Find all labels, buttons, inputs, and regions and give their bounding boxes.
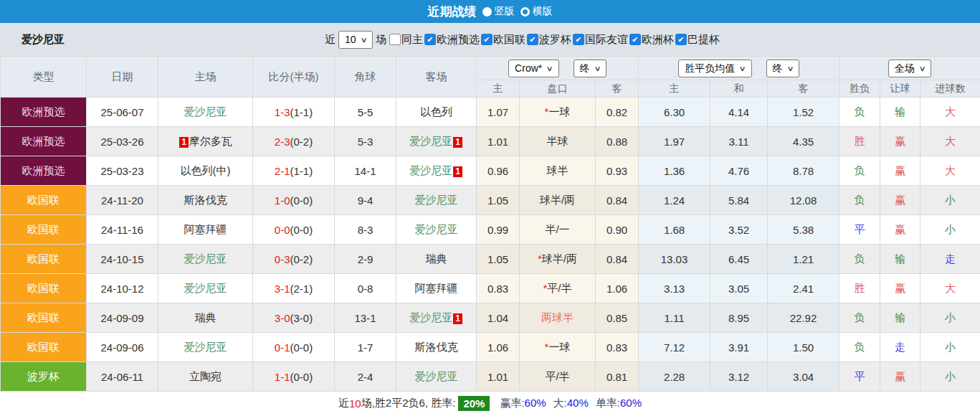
radio-horizontal-label: 横版 — [533, 5, 553, 18]
halftime-score: (3-0) — [290, 312, 313, 324]
avg-odds-select[interactable]: 胜平负均值 ∨ — [678, 60, 751, 77]
filter-bar: 爱沙尼亚 近 10 ∨ 场 同主✔欧洲预选✔欧国联✔波罗杯✔国际友谊✔欧洲杯✔巴… — [0, 23, 980, 56]
cell-handicap: 半球 — [520, 127, 596, 156]
handicap-text: 球半/两 — [540, 194, 575, 206]
table-row: 欧国联 24-10-15 爱沙尼亚 0-3(0-2) 2-9 瑞典 1.05 *… — [1, 245, 980, 274]
cell-date: 24-11-20 — [87, 186, 158, 215]
away-team: 爱沙尼亚 — [415, 223, 458, 235]
fulltime-score: 2-1 — [275, 165, 290, 177]
cell-handicap: 平/半 — [520, 362, 596, 392]
filter-item: ✔欧国联 — [481, 33, 525, 47]
cell-date: 25-03-26 — [87, 127, 158, 156]
team-name: 爱沙尼亚 — [22, 33, 65, 47]
cell-handicap: *平/半 — [520, 274, 596, 303]
cell-result: 胜 — [839, 274, 880, 303]
cell-odds-away: 0.81 — [596, 362, 639, 392]
away-team: 以色列 — [420, 105, 452, 118]
scope-select[interactable]: 全场 ∨ — [888, 60, 931, 77]
radio-horizontal[interactable]: 横版 — [520, 5, 553, 18]
cell-let-result: 赢 — [880, 127, 920, 156]
cell-type: 欧国联 — [1, 245, 87, 274]
cell-avg-away: 4.35 — [768, 127, 839, 156]
chevron-down-icon: ∨ — [546, 62, 553, 75]
cell-away: 斯洛伐克 — [396, 333, 477, 362]
sub-header-avg-home: 主 — [639, 80, 710, 98]
cell-handicap: *一球 — [520, 98, 596, 127]
handicap-text: 球半 — [547, 164, 569, 176]
cell-let-result: 赢 — [880, 362, 920, 392]
sub-header-handicap: 盘口 — [520, 80, 596, 98]
halftime-score: (1-1) — [290, 165, 313, 177]
fulltime-score: 0-1 — [275, 341, 290, 354]
summary-prefix: 近 — [338, 397, 349, 410]
cell-result: 负 — [839, 333, 880, 362]
checkbox-checked-icon[interactable]: ✔ — [424, 34, 436, 45]
cell-away: 爱沙尼亚 — [396, 186, 477, 215]
cell-goals-result: 小 — [920, 215, 980, 245]
cell-score: 3-1(2-1) — [253, 274, 335, 303]
table-row: 欧国联 24-11-16 阿塞拜疆 0-0(0-0) 8-3 爱沙尼亚 0.99… — [1, 215, 980, 245]
cell-avg-draw: 3.11 — [710, 127, 768, 156]
checkbox-checked-icon[interactable]: ✔ — [675, 34, 687, 45]
cell-avg-draw: 4.14 — [710, 98, 768, 127]
cell-score: 2-1(1-1) — [253, 156, 335, 186]
odds-company-select[interactable]: Crow* ∨ — [508, 60, 558, 77]
cell-avg-home: 1.68 — [639, 215, 710, 245]
checkbox-checked-icon[interactable]: ✔ — [481, 34, 493, 45]
radio-vertical[interactable]: 竖版 — [482, 5, 515, 18]
cell-avg-draw: 4.76 — [710, 156, 768, 186]
handicap-text: 两球半 — [541, 311, 574, 323]
checkbox-checked-icon[interactable]: ✔ — [573, 34, 584, 45]
matches-label: 场 — [376, 33, 386, 47]
cell-date: 24-11-16 — [87, 215, 158, 245]
cell-score: 3-0(3-0) — [253, 303, 335, 333]
cell-score: 2-3(0-2) — [253, 127, 335, 156]
cell-corner: 8-3 — [335, 215, 396, 245]
stat-label: 大: — [553, 397, 567, 409]
cell-score: 0-0(0-0) — [253, 215, 335, 245]
footer-stat: 赢率:60% — [500, 397, 546, 409]
checkbox-checked-icon[interactable]: ✔ — [629, 34, 641, 45]
recent-count-select[interactable]: 10 ∨ — [338, 31, 373, 49]
cell-avg-draw: 3.52 — [710, 215, 768, 245]
odds-period-select-1[interactable]: 终 ∨ — [574, 60, 606, 77]
red-card-badge: 1 — [453, 313, 462, 324]
handicap-text: 一球 — [548, 105, 570, 118]
checkbox-checked-icon[interactable]: ✔ — [527, 34, 538, 45]
home-team: 爱沙尼亚 — [184, 105, 227, 118]
checkbox-unchecked-icon[interactable] — [389, 34, 401, 45]
summary-mid: 场,胜2平2负6, 胜率: — [361, 397, 456, 410]
cell-let-result: 赢 — [880, 156, 920, 186]
cell-odds-away: 0.84 — [596, 245, 639, 274]
header-group-handicap-odds: Crow* ∨ 终 ∨ — [477, 57, 639, 80]
cell-odds-away: 1.06 — [596, 274, 639, 303]
cell-avg-draw: 3.91 — [710, 333, 768, 362]
cell-goals-result: 小 — [920, 186, 980, 215]
cell-goals-result: 走 — [920, 245, 980, 274]
radio-unselected-icon — [520, 7, 530, 16]
home-team: 以色列(中) — [181, 164, 231, 176]
cell-home: 爱沙尼亚 — [158, 98, 253, 127]
table-row: 欧国联 24-10-12 爱沙尼亚 3-1(2-1) 0-8 阿塞拜疆 0.83… — [1, 274, 980, 303]
cell-corner: 5-5 — [335, 98, 396, 127]
cell-avg-away: 2.41 — [768, 274, 839, 303]
cell-odds-home: 1.06 — [477, 333, 520, 362]
cell-odds-home: 1.01 — [477, 127, 520, 156]
cell-corner: 2-9 — [335, 245, 396, 274]
cell-corner: 14-1 — [335, 156, 396, 186]
cell-type: 欧国联 — [1, 215, 87, 245]
home-team: 立陶宛 — [189, 370, 222, 382]
cell-let-result: 输 — [880, 245, 920, 274]
fulltime-score: 3-0 — [275, 312, 290, 324]
recent-count-value: 10 — [345, 34, 356, 46]
cell-type: 欧国联 — [1, 186, 87, 215]
odds-period-select-2[interactable]: 终 ∨ — [766, 60, 799, 77]
cell-score: 1-1(0-0) — [253, 362, 335, 392]
away-team: 瑞典 — [426, 252, 447, 265]
cell-away: 瑞典 — [396, 245, 477, 274]
cell-goals-result: 小 — [920, 303, 980, 333]
filter-controls: 近 10 ∨ 场 同主✔欧洲预选✔欧国联✔波罗杯✔国际友谊✔欧洲杯✔巴提杯 — [260, 31, 720, 49]
cell-avg-home: 1.24 — [639, 186, 710, 215]
cell-home: 1摩尔多瓦 — [158, 127, 253, 156]
away-team: 爱沙尼亚 — [409, 135, 452, 147]
